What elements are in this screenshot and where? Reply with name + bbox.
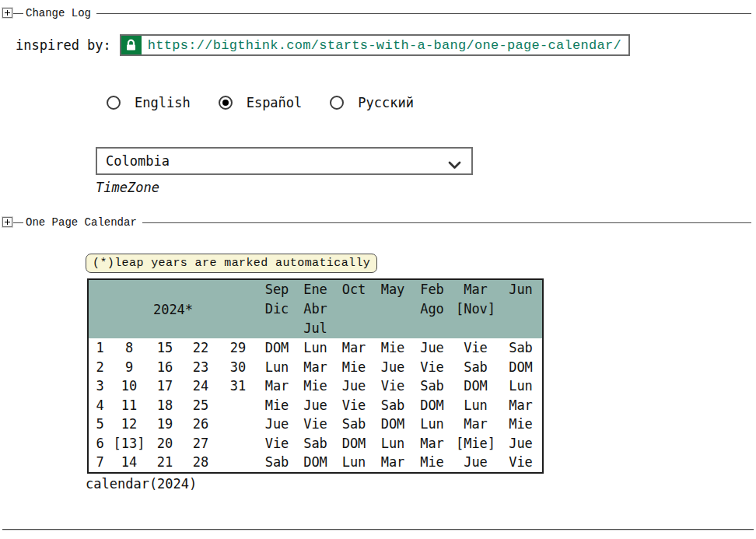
- calendar-cell: 29: [219, 338, 257, 358]
- calendar-cell: Mie: [499, 415, 543, 434]
- plus-icon-bar: [7, 10, 8, 16]
- calendar-cell: Sab: [373, 396, 412, 415]
- url-text[interactable]: https://bigthink.com/starts-with-a-bang/…: [142, 36, 628, 54]
- calendar-cell: DOM: [412, 396, 452, 415]
- radio-dot: [222, 100, 229, 106]
- calendar-cell: Sab: [296, 434, 334, 453]
- calendar-cell: 15: [147, 338, 183, 358]
- calendar-cell: Sab: [334, 415, 373, 434]
- calendar-header-row: 2024* Sep Dic Ene Abr Jul Oct May: [88, 279, 543, 338]
- lock-icon: [121, 36, 142, 54]
- url-input[interactable]: https://bigthink.com/starts-with-a-bang/…: [120, 34, 630, 56]
- calendar-cell: 1: [88, 338, 111, 358]
- calendar-month-column: Jun: [499, 279, 543, 338]
- expand-plus-icon[interactable]: [2, 217, 12, 227]
- calendar-cell: DOM: [296, 453, 334, 473]
- calendar-cell: Lun: [499, 376, 543, 396]
- calendar-cell: 23: [183, 358, 219, 377]
- calendar-cell: Vie: [452, 338, 499, 358]
- calendar-cell: Lun: [334, 453, 373, 473]
- calendar-cell: Jue: [296, 396, 334, 415]
- calendar-cell: Sab: [412, 376, 452, 396]
- calendar-cell: Mar: [373, 453, 412, 473]
- calendar-cell: Jue: [257, 415, 296, 434]
- calendar-cell: 16: [147, 358, 183, 377]
- calendar-month-column: Mar [Nov]: [452, 279, 499, 338]
- calendar-cell: 9: [111, 358, 147, 377]
- calendar-cell: 14: [111, 453, 147, 473]
- radio-button-espanol[interactable]: [219, 96, 233, 110]
- radio-option-espanol[interactable]: Español: [219, 95, 303, 110]
- calendar-cell: Mar: [412, 434, 452, 453]
- calendar-cell: Mar: [452, 415, 499, 434]
- calendar-cell: 31: [219, 376, 257, 396]
- calendar-cell: 25: [183, 396, 219, 415]
- calendar-cell: [219, 434, 257, 453]
- section-change-log: Change Log: [2, 7, 751, 21]
- calendar-cell: Vie: [334, 396, 373, 415]
- calendar-month-column: Oct: [334, 279, 373, 338]
- radio-option-english[interactable]: English: [107, 95, 191, 110]
- calendar-cell: Vie: [257, 434, 296, 453]
- calendar-cell: Jue: [373, 358, 412, 377]
- inspired-by-row: inspired by: https://bigthink.com/starts…: [16, 34, 630, 56]
- calendar-cell: DOM: [499, 358, 543, 377]
- one-page-calendar-table: 2024* Sep Dic Ene Abr Jul Oct May: [87, 278, 544, 474]
- calendar-cell: Mie: [334, 358, 373, 377]
- radio-label-espanol[interactable]: Español: [247, 95, 303, 110]
- calendar-cell: Mie: [412, 453, 452, 473]
- calendar-cell: Mar: [499, 396, 543, 415]
- calendar-month-column: Ene Abr Jul: [296, 279, 334, 338]
- calendar-cell: 5: [88, 415, 111, 434]
- calendar-cell: Sab: [452, 358, 499, 377]
- calendar-cell: 8: [111, 338, 147, 358]
- expand-plus-icon[interactable]: [2, 8, 12, 18]
- calendar-cell: 7: [88, 453, 111, 473]
- calendar-cell: Mar: [296, 358, 334, 377]
- calendar-cell: Jue: [452, 453, 499, 473]
- calendar-cell: Jue: [334, 376, 373, 396]
- leap-year-tooltip: (*)leap years are marked automatically: [86, 254, 377, 273]
- calendar-row: 6 [13] 20 27 Vie Sab DOM Lun Mar [Mie] J…: [88, 434, 543, 453]
- calendar-cell: Jue: [499, 434, 543, 453]
- calendar-cell: Vie: [499, 453, 543, 473]
- radio-option-russian[interactable]: Русский: [330, 95, 414, 110]
- calendar-cell: DOM: [373, 415, 412, 434]
- calendar-cell: Jue: [412, 338, 452, 358]
- calendar-cell: Lun: [257, 358, 296, 377]
- calendar-row: 7 14 21 28 Sab DOM Lun Mar Mie Jue Vie: [88, 453, 543, 473]
- calendar-cell: 21: [147, 453, 183, 473]
- calendar-row: 4 11 18 25 Mie Jue Vie Sab DOM Lun Mar: [88, 396, 543, 415]
- calendar-cell: 17: [147, 376, 183, 396]
- timezone-selected-value: Colombia: [97, 153, 170, 169]
- calendar-cell: 10: [111, 376, 147, 396]
- timezone-dropdown[interactable]: Colombia: [96, 147, 473, 175]
- calendar-cell: Vie: [373, 376, 412, 396]
- calendar-cell: Vie: [412, 358, 452, 377]
- calendar-cell: Lun: [296, 338, 334, 358]
- section-title-change-log: Change Log: [23, 7, 96, 20]
- calendar-year: 2024*: [89, 280, 257, 338]
- calendar-cell: 18: [147, 396, 183, 415]
- radio-button-russian[interactable]: [330, 96, 344, 110]
- calendar-row: 5 12 19 26 Jue Vie Sab DOM Lun Mar Mie: [88, 415, 543, 434]
- calendar-cell: DOM: [452, 376, 499, 396]
- radio-label-english[interactable]: English: [135, 95, 191, 110]
- calendar-caption: calendar(2024): [86, 476, 197, 492]
- radio-button-english[interactable]: [107, 96, 121, 110]
- calendar-cell: 2: [88, 358, 111, 377]
- radio-label-russian[interactable]: Русский: [358, 95, 414, 110]
- calendar-cell: 6: [88, 434, 111, 453]
- calendar-cell: [13]: [111, 434, 147, 453]
- calendar-cell: 11: [111, 396, 147, 415]
- calendar-cell: 12: [111, 415, 147, 434]
- calendar-cell: 30: [219, 358, 257, 377]
- calendar-year-cell: 2024*: [88, 279, 257, 338]
- calendar-row: 1 8 15 22 29 DOM Lun Mar Mie Jue Vie Sab: [88, 338, 543, 358]
- calendar-cell: Mar: [334, 338, 373, 358]
- calendar-cell: 24: [183, 376, 219, 396]
- calendar-cell: 26: [183, 415, 219, 434]
- calendar-cell: 28: [183, 453, 219, 473]
- calendar-cell: Lun: [412, 415, 452, 434]
- calendar-cell: [219, 415, 257, 434]
